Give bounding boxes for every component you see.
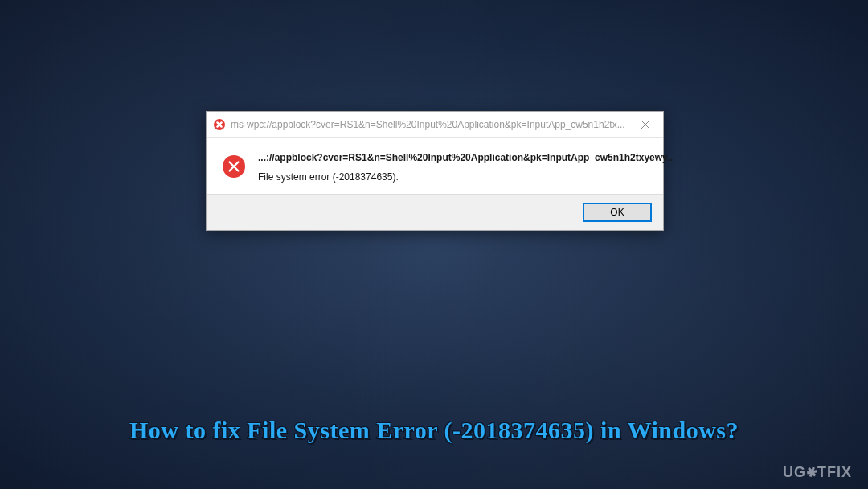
dialog-footer: OK [207,194,663,230]
watermark-logo: UG✱TFIX [783,464,852,481]
error-dialog: ms-wpc://appblock?cver=RS1&n=Shell%20Inp… [206,111,664,231]
titlebar: ms-wpc://appblock?cver=RS1&n=Shell%20Inp… [207,112,663,138]
dialog-body: ...://appblock?cver=RS1&n=Shell%20Input%… [207,138,663,194]
message-column: ...://appblock?cver=RS1&n=Shell%20Input%… [258,152,675,183]
error-icon [221,154,247,179]
message-secondary: File system error (-2018374635). [258,171,675,183]
error-icon-small [213,118,226,131]
page-caption: How to fix File System Error (-201837463… [0,417,868,444]
ok-button[interactable]: OK [583,203,652,222]
message-primary: ...://appblock?cver=RS1&n=Shell%20Input%… [258,152,675,163]
close-button[interactable] [627,113,663,137]
titlebar-text: ms-wpc://appblock?cver=RS1&n=Shell%20Inp… [231,119,627,130]
